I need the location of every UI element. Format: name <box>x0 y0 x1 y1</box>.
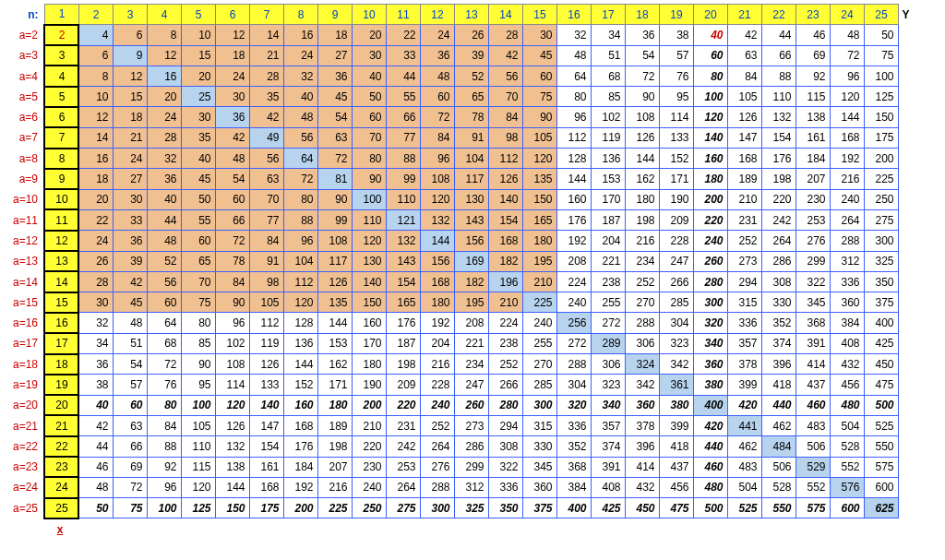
cell-a21-n2: 42 <box>78 415 113 435</box>
cell-a5-n24: 120 <box>830 87 864 107</box>
cell-a22-n8: 176 <box>283 436 317 457</box>
cell-a19-n20: 380 <box>693 375 727 395</box>
cell-a23-n19: 437 <box>659 457 693 477</box>
row-label-a2: a=2 <box>0 25 44 45</box>
cell-a3-n8: 24 <box>283 45 317 66</box>
cell-a13-n12: 156 <box>420 251 454 271</box>
cell-a6-n5: 30 <box>181 107 215 127</box>
cell-a17-n5: 85 <box>181 333 215 353</box>
cell-a12-n1: 12 <box>44 231 78 251</box>
cell-a13-n23: 299 <box>795 251 830 271</box>
cell-a6-n15: 90 <box>522 107 556 127</box>
cell-a25-n16: 400 <box>556 498 591 518</box>
cell-a8-n13: 104 <box>454 149 488 169</box>
cell-a16-n22: 352 <box>761 313 795 333</box>
cell-a7-n22: 154 <box>761 127 795 148</box>
cell-a9-n22: 198 <box>761 169 795 189</box>
cell-a9-n9: 81 <box>317 169 352 189</box>
cell-a16-n23: 368 <box>795 313 830 333</box>
cell-a25-n6: 150 <box>215 498 249 518</box>
cell-a7-n3: 21 <box>113 127 147 148</box>
cell-a17-n2: 34 <box>78 333 113 353</box>
cell-a6-n20: 120 <box>693 107 727 127</box>
cell-a5-n1: 5 <box>44 87 78 107</box>
cell-a12-n19: 228 <box>659 231 693 251</box>
cell-a19-n14: 266 <box>488 375 522 395</box>
cell-a13-n21: 273 <box>727 251 761 271</box>
col-header-17: 17 <box>591 5 625 25</box>
cell-a9-n7: 63 <box>249 169 283 189</box>
cell-a6-n24: 144 <box>830 107 864 127</box>
cell-a10-n24: 240 <box>830 189 864 209</box>
row-label-a12: a=12 <box>0 231 44 251</box>
cell-a4-n4: 16 <box>147 66 181 86</box>
cell-a10-n5: 50 <box>181 189 215 209</box>
cell-a24-n19: 456 <box>659 477 693 497</box>
table-row: a=25255075100125150175200225250275300325… <box>0 498 932 518</box>
cell-a17-n3: 51 <box>113 333 147 353</box>
cell-a25-n15: 375 <box>522 498 556 518</box>
cell-a12-n15: 180 <box>522 231 556 251</box>
cell-a16-n6: 96 <box>215 313 249 333</box>
table-body: a=22468101214161820222426283032343638404… <box>0 25 932 539</box>
cell-a6-n25: 150 <box>864 107 898 127</box>
cell-a15-n13: 195 <box>454 292 488 313</box>
cell-a15-n17: 255 <box>591 292 625 313</box>
row-label-a4: a=4 <box>0 66 44 86</box>
cell-a11-n25: 275 <box>864 209 898 230</box>
cell-a2-n7: 14 <box>249 25 283 45</box>
cell-a19-n22: 418 <box>761 375 795 395</box>
row-label-a6: a=6 <box>0 107 44 127</box>
cell-a16-n12: 192 <box>420 313 454 333</box>
cell-a2-n20: 40 <box>693 25 727 45</box>
table-row: a=12122436486072849610812013214415616818… <box>0 231 932 251</box>
cell-a13-n5: 65 <box>181 251 215 271</box>
cell-a20-n16: 320 <box>556 395 591 415</box>
cell-a18-n9: 162 <box>317 354 352 375</box>
cell-a3-n22: 66 <box>761 45 795 66</box>
cell-a21-n12: 252 <box>420 415 454 435</box>
cell-a8-n14: 112 <box>488 149 522 169</box>
cell-a7-n2: 14 <box>78 127 113 148</box>
cell-a17-n22: 374 <box>761 333 795 353</box>
table-row: a=88162432404856647280889610411212012813… <box>0 149 932 169</box>
cell-a10-n21: 210 <box>727 189 761 209</box>
cell-a18-n14: 252 <box>488 354 522 375</box>
cell-a18-n1: 18 <box>44 354 78 375</box>
cell-a4-n6: 24 <box>215 66 249 86</box>
cell-a23-n24: 552 <box>830 457 864 477</box>
cell-a7-n23: 161 <box>795 127 830 148</box>
cell-a17-n17: 289 <box>591 333 625 353</box>
cell-a22-n15: 330 <box>522 436 556 457</box>
cell-a10-n20: 200 <box>693 189 727 209</box>
cell-a7-n5: 35 <box>181 127 215 148</box>
cell-a8-n25: 200 <box>864 149 898 169</box>
cell-a5-n2: 10 <box>78 87 113 107</box>
cell-a14-n8: 112 <box>283 271 317 292</box>
cell-a8-n11: 88 <box>386 149 420 169</box>
cell-a22-n22: 484 <box>761 436 795 457</box>
cell-a9-n2: 18 <box>78 169 113 189</box>
cell-a23-n20: 460 <box>693 457 727 477</box>
cell-a21-n19: 399 <box>659 415 693 435</box>
cell-a6-n22: 132 <box>761 107 795 127</box>
row-label-a17: a=17 <box>0 333 44 353</box>
cell-a9-n15: 135 <box>522 169 556 189</box>
cell-a2-n4: 8 <box>147 25 181 45</box>
cell-a6-n12: 72 <box>420 107 454 127</box>
cell-a14-n18: 252 <box>625 271 659 292</box>
col-header-5: 5 <box>181 5 215 25</box>
cell-a11-n16: 176 <box>556 209 591 230</box>
cell-a9-n24: 216 <box>830 169 864 189</box>
cell-a7-n4: 28 <box>147 127 181 148</box>
cell-a15-n23: 345 <box>795 292 830 313</box>
cell-a7-n16: 112 <box>556 127 591 148</box>
cell-a18-n21: 378 <box>727 354 761 375</box>
cell-a6-n4: 24 <box>147 107 181 127</box>
cell-a11-n1: 11 <box>44 209 78 230</box>
cell-a18-n5: 90 <box>181 354 215 375</box>
cell-a13-n7: 91 <box>249 251 283 271</box>
cell-a18-n16: 288 <box>556 354 591 375</box>
row-label-a24: a=24 <box>0 477 44 497</box>
cell-a23-n8: 184 <box>283 457 317 477</box>
